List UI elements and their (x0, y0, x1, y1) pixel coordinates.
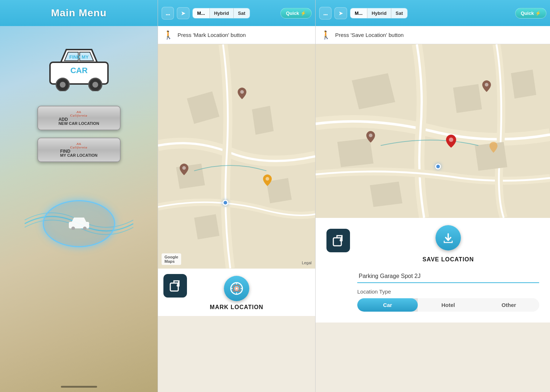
mark-instruction-bar: 🚶 Press 'Mark Location' button (158, 26, 315, 44)
main-menu-content: FIND MY CAR JUL California ADD NEW CAR L… (0, 26, 158, 260)
location-type-segment: Car Hotel Other (357, 298, 539, 312)
add-car-location-button[interactable]: JUL California ADD NEW CAR LOCATION (37, 106, 121, 130)
location-name-input-row (357, 270, 539, 283)
find-btn-main-text: FIND MY CAR LOCATION (60, 149, 97, 157)
save-location-label: SAVE LOCATION (357, 256, 539, 263)
mark-location-panel: ... ➤ M... Hybrid Sat Quick ⚡ 🚶 Press 'M… (158, 0, 315, 392)
main-menu-title: Main Menu (51, 7, 107, 19)
save-map-svg (316, 44, 550, 218)
svg-point-18 (266, 177, 269, 181)
map-type-hybrid-button[interactable]: Hybrid (210, 8, 234, 18)
find-btn-state-label: JUL (76, 142, 81, 146)
save-walk-icon: 🚶 (321, 30, 331, 40)
home-indicator (61, 386, 97, 388)
svg-marker-25 (453, 84, 482, 113)
map-type-map-button[interactable]: M... (193, 8, 210, 18)
location-type-hotel[interactable]: Hotel (418, 298, 478, 312)
more-options-button[interactable]: ... (162, 7, 174, 20)
svg-marker-29 (511, 69, 536, 98)
save-navigation-button[interactable]: ➤ (334, 7, 347, 19)
mark-instruction-text: Press 'Mark Location' button (178, 32, 246, 38)
save-share-icon-box[interactable] (326, 229, 350, 252)
save-map-type-map-button[interactable]: M... (350, 8, 367, 18)
location-type-car[interactable]: Car (357, 298, 418, 312)
save-location-panel: ... ➤ M... Hybrid Sat Quick ⚡ 🚶 Press 'S… (315, 0, 550, 392)
svg-text:FIND MY: FIND MY (69, 54, 89, 60)
walk-icon: 🚶 (163, 30, 173, 40)
save-map-area[interactable] (316, 44, 550, 218)
svg-point-17 (182, 166, 186, 170)
svg-point-32 (449, 138, 453, 142)
add-btn-main-text: ADD NEW CAR LOCATION (58, 117, 99, 126)
main-menu-panel: Main Menu FIND MY CAR (0, 0, 158, 392)
save-bottom-section: SAVE LOCATION Location Type Car Hotel Ot… (316, 218, 550, 323)
car-logo-svg: FIND MY CAR (46, 41, 112, 91)
svg-point-4 (92, 82, 98, 88)
svg-point-2 (60, 82, 66, 88)
user-location-dot (222, 200, 228, 206)
find-car-location-button[interactable]: JUL California FIND MY CAR LOCATION (37, 138, 121, 162)
save-map-pin-3 (489, 142, 497, 153)
save-map-pin-2 (366, 131, 375, 143)
mark-location-button[interactable] (224, 276, 249, 301)
location-name-input[interactable] (357, 270, 539, 283)
svg-marker-12 (252, 106, 274, 135)
mark-location-label: MARK LOCATION (210, 304, 263, 311)
save-form-container: SAVE LOCATION Location Type Car Hotel Ot… (357, 225, 539, 312)
svg-text:CAR: CAR (70, 66, 88, 75)
location-type-label: Location Type (357, 288, 539, 295)
map-pin-3 (263, 174, 272, 186)
save-car-pin (446, 135, 456, 148)
save-instruction-text: Press 'Save Location' button (335, 32, 404, 38)
car-logo-container: FIND MY CAR (43, 37, 115, 95)
save-map-type-hybrid-button[interactable]: Hybrid (367, 8, 391, 18)
mark-map-header: ... ➤ M... Hybrid Sat Quick ⚡ (158, 0, 315, 26)
car-glow-container (36, 187, 122, 260)
location-type-other[interactable]: Other (479, 298, 539, 312)
save-more-options-button[interactable]: ... (319, 7, 332, 20)
share-icon-box[interactable] (163, 274, 187, 298)
svg-marker-28 (370, 182, 403, 207)
mark-map-area[interactable]: GoogleMaps Legal (158, 44, 315, 269)
location-type-container: Location Type Car Hotel Other (357, 288, 539, 312)
save-user-location-dot (435, 164, 441, 169)
save-instruction-bar: 🚶 Press 'Save Location' button (316, 26, 550, 44)
map-type-segment: M... Hybrid Sat (192, 8, 250, 18)
svg-marker-15 (194, 214, 220, 240)
legal-badge: Legal (302, 261, 312, 265)
car-small-icon (68, 213, 90, 234)
svg-point-31 (369, 134, 372, 137)
svg-rect-19 (170, 283, 178, 291)
map-type-sat-button[interactable]: Sat (234, 8, 250, 18)
quick-button[interactable]: Quick ⚡ (280, 8, 312, 18)
svg-point-30 (485, 83, 488, 87)
save-map-type-segment: M... Hybrid Sat (350, 8, 408, 18)
save-map-header: ... ➤ M... Hybrid Sat Quick ⚡ (316, 0, 550, 26)
save-map-type-sat-button[interactable]: Sat (391, 8, 407, 18)
map-pin-1 (238, 88, 246, 99)
add-btn-california-label: California (70, 114, 88, 117)
add-btn-state-label: JUL (76, 110, 81, 114)
map-pin-2 (180, 164, 188, 175)
svg-point-16 (240, 90, 244, 94)
mark-map-svg (158, 44, 315, 269)
google-badge: GoogleMaps (162, 253, 181, 265)
save-location-button[interactable] (436, 225, 461, 250)
navigation-button[interactable]: ➤ (177, 7, 189, 19)
mark-bottom-section: MARK LOCATION (158, 269, 315, 316)
find-btn-california-label: California (70, 146, 88, 149)
save-map-pin-1 (482, 80, 491, 92)
svg-rect-33 (333, 238, 341, 246)
save-quick-button[interactable]: Quick ⚡ (515, 8, 546, 18)
main-menu-header: Main Menu (0, 0, 158, 26)
